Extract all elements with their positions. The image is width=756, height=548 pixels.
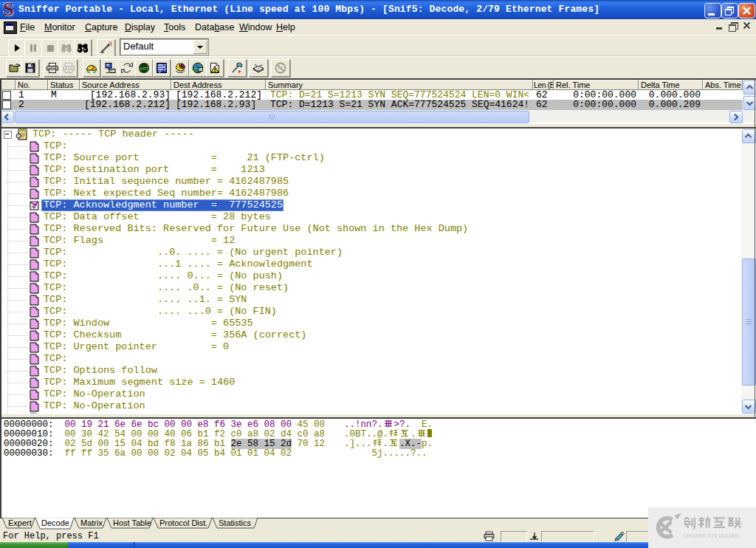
svg-text:Decode: Decode: [41, 518, 69, 527]
svg-text:Host Table: Host Table: [113, 518, 151, 527]
svg-text:Matrix: Matrix: [80, 518, 103, 527]
svg-text:ART: ART: [140, 66, 149, 71]
svg-text:Expert: Expert: [8, 518, 32, 527]
svg-text:Protocol Dist.: Protocol Dist.: [159, 518, 207, 527]
svg-text:Statistics: Statistics: [219, 518, 252, 527]
svg-text:CHUANG XIN HULIAN: CHUANG XIN HULIAN: [683, 533, 738, 538]
